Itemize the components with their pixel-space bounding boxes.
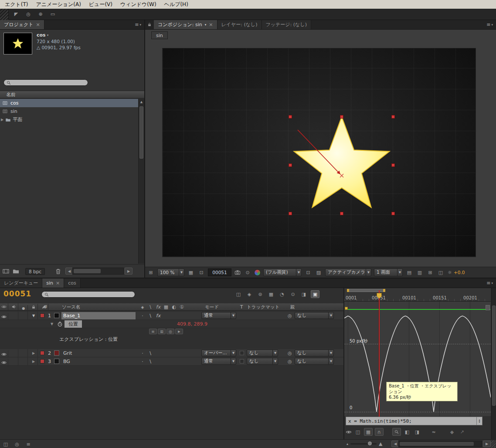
motion-blur-icon[interactable]: ◔ [278,291,286,298]
zoom-slider-handle[interactable] [368,441,372,445]
work-area-end-handle[interactable] [383,289,385,292]
twirl-closed-icon[interactable]: ▶ [1,118,3,122]
magnification-dropdown[interactable]: 100 %▼ [157,268,184,276]
close-icon[interactable]: × [209,22,213,27]
expression-enable-icon[interactable]: ≡ [149,329,157,334]
scrollbar-thumb[interactable] [400,442,474,446]
layer-name[interactable]: BG [61,358,136,365]
close-icon[interactable]: × [36,22,40,27]
layer-row-bg[interactable]: ▶ 3 BG · \ 通常▼ なし▼ ◎ なし▼ [0,357,343,366]
lock-views-icon[interactable]: ▥ [416,269,424,276]
zoom-out-mountain-icon[interactable]: ▴ [347,442,348,446]
graph-range-end-widget[interactable] [486,305,490,310]
parent-pick-whip-icon[interactable]: ◎ [288,350,292,356]
layer-row-grit[interactable]: ▶ 2 Grit · \ オーバー...▼ なし▼ ◎ なし▼ [0,349,343,357]
column-source-label[interactable]: ソース名 [62,304,81,310]
column-mode-label[interactable]: モード [205,304,219,310]
label-color-chip[interactable] [40,351,44,355]
project-hscroll-track[interactable] [72,268,124,275]
menu-item-effect[interactable]: エクト(T) [1,1,32,8]
column-matte-label[interactable]: トラックマット [247,304,279,310]
graph-time-ruler[interactable]: 0001 00051 00101 00151 00201 [344,288,491,302]
layer-name[interactable]: Base_1 [61,312,136,319]
twirl-open-icon[interactable]: ▼ [51,322,53,326]
solo-toggle[interactable] [20,312,28,319]
viewer-panel-menu-icon[interactable]: ≡▾ [483,20,496,29]
interpret-footage-icon[interactable] [3,268,9,275]
scroll-up-icon[interactable]: ▲ [139,99,144,105]
graph-type-icon[interactable]: ◫ [354,428,362,435]
tab-render-queue[interactable]: レンダーキュー [0,278,42,288]
project-panel-menu-icon[interactable]: ≡▾ [132,20,144,29]
timeline-search-input[interactable] [41,291,135,298]
auto-keyframe-icon[interactable]: ◨ [300,291,308,298]
layer-color-swatch[interactable] [54,359,59,364]
column-parent-label[interactable]: 親 [290,304,295,310]
label-color-chip[interactable] [40,313,44,318]
solo-toggle[interactable] [20,349,28,357]
exposure-value[interactable]: +0.0 [454,270,465,275]
bit-depth-button[interactable]: 8 bpc [25,268,45,275]
blend-mode-dropdown[interactable]: 通常▼ [201,312,236,319]
project-item-sin[interactable]: sin [0,107,138,115]
frame-blending-icon[interactable]: ▦ [267,291,275,298]
parent-dropdown[interactable]: なし▼ [295,312,334,319]
stopwatch-icon[interactable] [57,321,63,327]
twirl-open-icon[interactable]: ▼ [32,314,35,318]
graph-editor-toggle-icon[interactable]: ▣ [311,290,319,298]
scroll-right-button[interactable]: ▶ [125,268,132,275]
layer-color-swatch[interactable] [54,350,59,356]
auto-zoom-graph-icon[interactable] [392,428,401,436]
scrollbar-thumb[interactable] [74,269,101,273]
frame-blend-switch[interactable]: · [139,312,146,320]
expand-layer-switches-icon[interactable]: ◫ [2,441,10,448]
fit-all-graphs-icon[interactable]: ◨ [413,428,421,435]
track-matte-dropdown[interactable]: なし▼ [247,350,278,356]
expression-field[interactable]: x = Math.sin(time)*50; ▲▼ [346,417,482,425]
parent-dropdown[interactable]: なし▼ [295,350,334,356]
quality-switch[interactable]: \ [146,312,154,320]
draft-3d-icon[interactable]: ◈ [245,291,253,298]
lock-icon[interactable] [147,22,152,27]
viewer-timecode-field[interactable]: 00051 [208,268,231,276]
column-number-label[interactable]: # [44,304,48,309]
tab-composition-sin[interactable]: コンポジション: sin ▾ × [154,20,217,29]
zoom-in-mountain-icon[interactable]: ▲ [379,441,382,447]
audio-toggle[interactable] [10,349,18,357]
eye-toggle[interactable] [0,359,8,367]
hide-shy-layers-icon[interactable]: ⊚ [256,291,264,298]
tab-footage[interactable]: フッテージ: (なし) [262,20,311,29]
twirl-closed-icon[interactable]: ▶ [32,360,35,363]
parent-dropdown[interactable]: なし▼ [295,358,334,365]
camera-view-dropdown[interactable]: アクティブカメラ▼ [325,268,371,276]
project-item-cos[interactable]: cos [0,99,138,107]
keyframe-shape-icon[interactable]: ◆ [448,428,456,435]
zoom-tool-icon[interactable]: ⊕ [37,10,44,17]
new-folder-icon[interactable] [13,268,19,275]
composition-viewport[interactable] [162,48,476,257]
twirl-closed-icon[interactable]: ▶ [32,351,35,355]
menu-item-window[interactable]: ウィンドウ(W) [116,1,160,8]
solo-toggle[interactable] [20,357,28,365]
scrollbar-thumb[interactable] [139,106,143,159]
fast-previews-icon[interactable]: ◫ [437,269,445,276]
graph-range-start-marker[interactable] [345,307,348,310]
tab-timeline-sin[interactable]: sin × [42,278,64,288]
share-view-icon[interactable]: ▤ [405,269,413,276]
expand-transfer-controls-icon[interactable]: ◎ [13,441,21,448]
region-of-interest-icon[interactable]: ⊡ [304,269,312,276]
show-snapshot-icon[interactable]: ⊙ [244,269,251,276]
audio-toggle[interactable] [10,357,18,365]
frame-blend-switch[interactable]: · [139,357,146,366]
exposure-sun-icon[interactable]: ☼ [447,269,452,276]
wiggle-dimensions-icon[interactable]: ≈ [430,428,438,435]
work-area-start-handle[interactable] [347,289,349,292]
graph-visibility-eye-icon[interactable] [346,429,352,435]
quality-switch[interactable]: \ [146,349,154,357]
layer-name[interactable]: Grit [61,350,136,357]
frame-blend-switch[interactable]: · [139,349,146,357]
view-layout-dropdown[interactable]: 1 画面▼ [374,268,403,276]
transparency-grid-icon[interactable]: ▨ [315,269,323,276]
tab-timeline-cos[interactable]: cos [64,278,81,288]
mask-visibility-icon[interactable]: ⊡ [197,269,205,276]
